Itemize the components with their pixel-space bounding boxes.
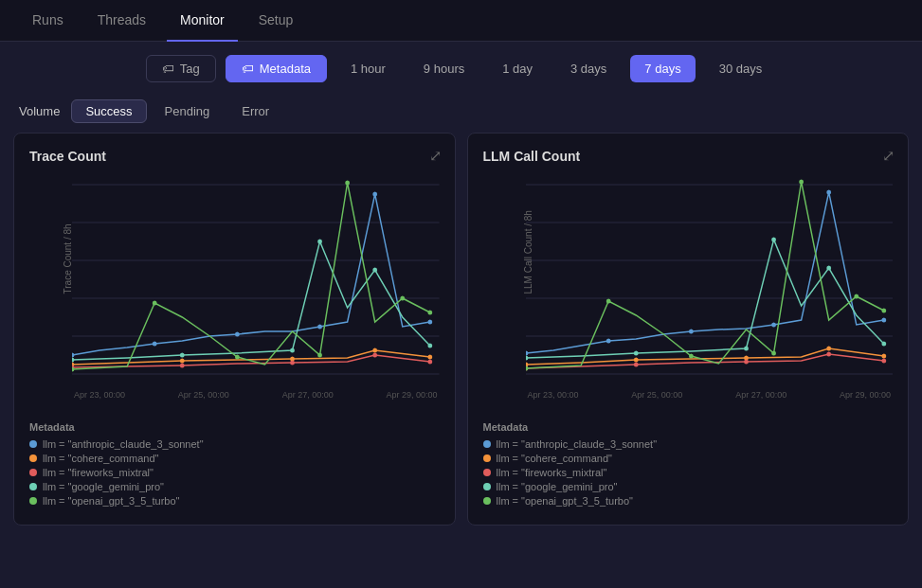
svg-point-26 <box>372 353 377 358</box>
time-30days-button[interactable]: 30 days <box>705 55 777 82</box>
tag-filter-button[interactable]: 🏷 Tag <box>146 55 216 82</box>
llm-x-label-3: Apr 29, 00:00 <box>840 390 891 400</box>
llm-legend-label-3: llm = "google_gemini_pro" <box>497 481 618 492</box>
legend-dot-2 <box>29 469 37 476</box>
svg-point-79 <box>799 180 804 185</box>
filter-bar: 🏷 Tag 🏷 Metadata 1 hour 9 hours 1 day 3 … <box>0 42 922 96</box>
svg-point-17 <box>427 320 432 325</box>
legend-dot-4 <box>29 497 37 505</box>
svg-point-40 <box>427 311 432 315</box>
trace-count-expand-button[interactable]: ⤢ <box>429 147 442 165</box>
legend-label-1: llm = "cohere_command" <box>43 453 158 464</box>
llm-legend-label-4: llm = "openai_gpt_3_5_turbo" <box>497 495 634 507</box>
svg-point-54 <box>606 339 610 344</box>
llm-legend-item-1: llm = "cohere_command" <box>483 453 894 464</box>
legend-label-0: llm = "anthropic_claude_3_sonnet" <box>43 438 204 450</box>
llm-call-legend: Metadata llm = "anthropic_claude_3_sonne… <box>483 414 894 507</box>
llm-legend-title: Metadata <box>483 421 894 433</box>
svg-point-77 <box>688 354 693 359</box>
llm-legend-label-0: llm = "anthropic_claude_3_sonnet" <box>497 438 658 450</box>
llm-call-svg: 2,500 2,000 1,500 1,000 500 0 <box>526 175 894 383</box>
llm-call-x-labels: Apr 23, 00:00 Apr 25, 00:00 Apr 27, 00:0… <box>526 390 894 400</box>
x-label-2: Apr 27, 00:00 <box>282 390 334 400</box>
llm-call-count-expand-button[interactable]: ⤢ <box>882 147 895 165</box>
llm-x-label-2: Apr 27, 00:00 <box>735 390 786 400</box>
llm-call-y-label: LLM Call Count / 8h <box>522 210 533 294</box>
svg-point-39 <box>400 296 405 301</box>
llm-legend-item-3: llm = "google_gemini_pro" <box>483 481 894 492</box>
charts-area: Trace Count ⤢ Trace Count / 8h 2,500 2,0… <box>0 133 922 539</box>
svg-point-13 <box>153 342 157 347</box>
svg-point-30 <box>290 348 295 353</box>
svg-point-70 <box>633 351 638 356</box>
svg-point-55 <box>688 330 693 334</box>
llm-legend-dot-0 <box>483 440 491 448</box>
svg-point-33 <box>427 344 432 348</box>
nav-setup[interactable]: Setup <box>245 0 307 42</box>
llm-legend-dot-2 <box>483 469 491 476</box>
svg-point-27 <box>427 360 432 365</box>
trace-count-chart: Trace Count / 8h 2,500 2,000 1,500 1,000… <box>72 175 440 402</box>
time-9hours-button[interactable]: 9 hours <box>409 55 479 82</box>
legend-item-2: llm = "fireworks_mixtral" <box>29 467 440 478</box>
svg-point-81 <box>881 309 886 313</box>
time-7days-button[interactable]: 7 days <box>630 55 695 82</box>
x-label-0: Apr 23, 00:00 <box>74 390 125 400</box>
time-1hour-button[interactable]: 1 hour <box>336 55 400 82</box>
svg-point-71 <box>744 347 749 351</box>
tag-icon: 🏷 <box>162 62 174 76</box>
x-label-1: Apr 25, 00:00 <box>178 390 229 400</box>
svg-point-65 <box>633 363 638 367</box>
llm-call-count-chart: LLM Call Count / 8h 2,500 2,000 1,500 1,… <box>526 175 894 402</box>
svg-point-66 <box>744 360 749 365</box>
trace-legend-title: Metadata <box>29 421 440 433</box>
llm-legend-item-4: llm = "openai_gpt_3_5_turbo" <box>483 495 894 507</box>
status-success-button[interactable]: Success <box>71 99 146 123</box>
status-bar: Volume Success Pending Error <box>0 96 922 133</box>
legend-dot-1 <box>29 454 37 462</box>
svg-point-29 <box>180 353 185 358</box>
nav-threads[interactable]: Threads <box>84 0 159 42</box>
metadata-filter-button[interactable]: 🏷 Metadata <box>226 55 327 82</box>
metadata-icon: 🏷 <box>242 62 254 76</box>
llm-legend-dot-1 <box>483 454 491 462</box>
legend-dot-0 <box>29 440 37 448</box>
llm-legend-dot-4 <box>483 497 491 505</box>
nav-runs[interactable]: Runs <box>19 0 77 42</box>
llm-legend-label-1: llm = "cohere_command" <box>497 453 612 464</box>
llm-x-label-0: Apr 23, 00:00 <box>528 390 579 400</box>
trace-count-svg: 2,500 2,000 1,500 1,000 500 0 <box>72 175 440 383</box>
trace-count-y-label: Trace Count / 8h <box>63 223 73 294</box>
llm-legend-dot-3 <box>483 483 491 490</box>
legend-label-3: llm = "google_gemini_pro" <box>43 481 164 492</box>
nav-monitor[interactable]: Monitor <box>167 0 238 42</box>
svg-point-74 <box>881 342 886 347</box>
svg-point-58 <box>881 318 886 323</box>
svg-point-12 <box>72 353 74 358</box>
legend-item-3: llm = "google_gemini_pro" <box>29 481 440 492</box>
status-pending-button[interactable]: Pending <box>151 99 225 123</box>
legend-label-4: llm = "openai_gpt_3_5_turbo" <box>43 495 180 507</box>
svg-point-35 <box>153 301 157 306</box>
svg-point-36 <box>235 355 240 360</box>
status-error-button[interactable]: Error <box>227 99 283 123</box>
svg-point-32 <box>372 268 377 273</box>
time-3days-button[interactable]: 3 days <box>556 55 621 82</box>
legend-item-0: llm = "anthropic_claude_3_sonnet" <box>29 438 440 450</box>
time-1day-button[interactable]: 1 day <box>488 55 547 82</box>
svg-point-67 <box>826 352 831 357</box>
svg-point-68 <box>881 359 886 364</box>
trace-count-x-labels: Apr 23, 00:00 Apr 25, 00:00 Apr 27, 00:0… <box>72 390 440 400</box>
svg-point-25 <box>290 361 295 365</box>
svg-point-31 <box>317 240 322 244</box>
metadata-label: Metadata <box>260 62 311 76</box>
volume-label: Volume <box>19 104 60 118</box>
svg-point-73 <box>826 266 831 271</box>
top-nav: Runs Threads Monitor Setup <box>0 0 922 42</box>
svg-point-78 <box>771 351 776 356</box>
llm-call-count-title: LLM Call Count <box>483 149 894 164</box>
svg-point-57 <box>826 190 831 195</box>
trace-count-card: Trace Count ⤢ Trace Count / 8h 2,500 2,0… <box>13 133 456 526</box>
svg-point-63 <box>881 354 886 359</box>
llm-legend-label-2: llm = "fireworks_mixtral" <box>497 467 607 478</box>
